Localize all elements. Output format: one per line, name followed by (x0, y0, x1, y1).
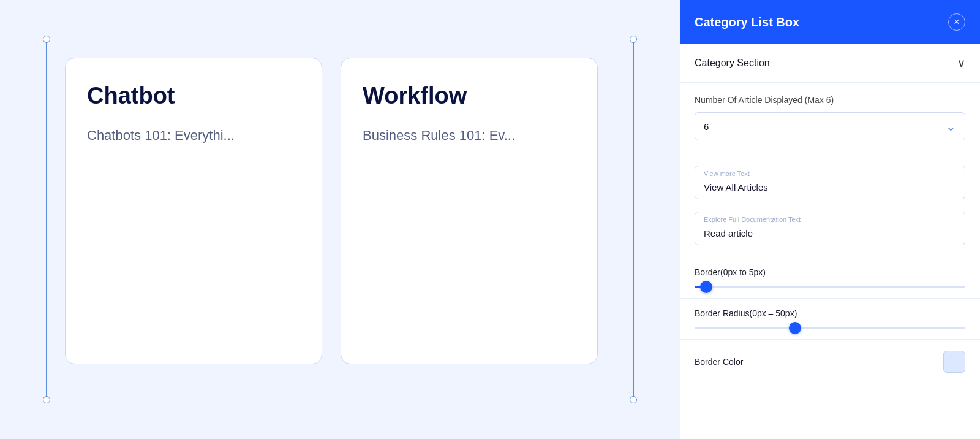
articles-select[interactable]: 6 ⌄ (695, 112, 965, 140)
view-more-input[interactable] (704, 182, 956, 193)
category-section-dropdown[interactable]: Category Section ∨ (680, 44, 980, 83)
explore-field[interactable]: Explore Full Documentation Text (695, 212, 965, 245)
card-workflow-title: Workflow (363, 83, 576, 109)
card-chatbot-title: Chatbot (87, 83, 300, 109)
articles-value: 6 (704, 121, 709, 132)
border-radius-slider-group: Border Radius(0px – 50px) (680, 299, 980, 340)
right-panel: Category List Box × Category Section ∨ N… (680, 0, 980, 439)
card-chatbot: Chatbot Chatbots 101: Everythi... (65, 58, 322, 364)
border-slider-thumb[interactable] (700, 281, 712, 293)
category-section-chevron-icon: ∨ (957, 56, 965, 70)
panel-body: Category Section ∨ Number Of Article Dis… (680, 44, 980, 439)
border-slider-track[interactable] (695, 286, 965, 288)
view-more-float-label: View more Text (704, 170, 750, 177)
border-color-label: Border Color (695, 357, 743, 367)
card-workflow-subtitle: Business Rules 101: Ev... (363, 128, 576, 143)
border-radius-slider-thumb[interactable] (789, 322, 801, 334)
border-radius-slider-track[interactable] (695, 327, 965, 329)
border-slider-group: Border(0px to 5px) (680, 258, 980, 299)
articles-label: Number Of Article Displayed (Max 6) (695, 95, 965, 105)
category-section-label: Category Section (695, 58, 770, 69)
border-slider-label: Border(0px to 5px) (695, 267, 965, 277)
view-more-field[interactable]: View more Text (695, 166, 965, 199)
panel-header: Category List Box × (680, 0, 980, 44)
border-color-group: Border Color (680, 340, 980, 384)
card-workflow: Workflow Business Rules 101: Ev... (341, 58, 598, 364)
close-button[interactable]: × (948, 13, 965, 31)
canvas-area: Chatbot Chatbots 101: Everythi... Workfl… (0, 0, 680, 439)
panel-title: Category List Box (695, 15, 799, 29)
handle-tr[interactable] (630, 36, 637, 43)
border-color-swatch[interactable] (943, 351, 965, 373)
handle-br[interactable] (630, 396, 637, 403)
selection-box: Chatbot Chatbots 101: Everythi... Workfl… (46, 39, 634, 400)
articles-field-group: Number Of Article Displayed (Max 6) 6 ⌄ (680, 83, 980, 153)
handle-bl[interactable] (43, 396, 50, 403)
explore-input[interactable] (704, 228, 956, 239)
card-chatbot-subtitle: Chatbots 101: Everythi... (87, 128, 300, 143)
explore-float-label: Explore Full Documentation Text (704, 216, 801, 223)
handle-tl[interactable] (43, 36, 50, 43)
articles-chevron-icon: ⌄ (946, 119, 956, 134)
border-radius-slider-label: Border Radius(0px – 50px) (695, 308, 965, 318)
